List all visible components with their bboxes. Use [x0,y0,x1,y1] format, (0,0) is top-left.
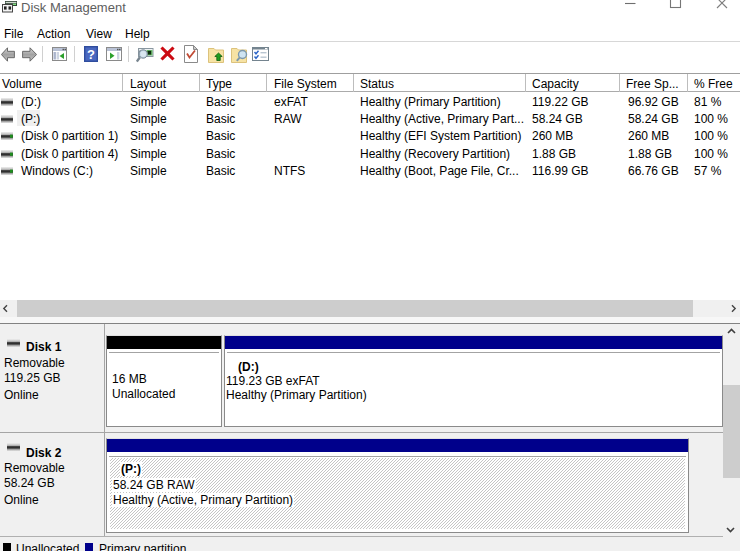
svg-text:?: ? [87,47,95,62]
